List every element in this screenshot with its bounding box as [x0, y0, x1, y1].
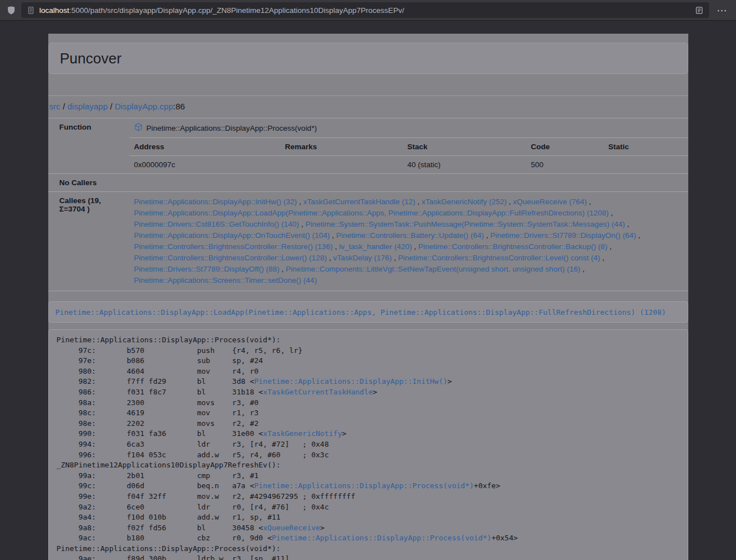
- symbol-panel-link[interactable]: Pinetime::Applications::DisplayApp::Load…: [56, 308, 666, 316]
- cell-value: 40 (static): [403, 156, 527, 173]
- asm-line: 980: 4604 mov r4, r0: [57, 366, 680, 377]
- breadcrumb-link[interactable]: displayapp: [67, 102, 108, 111]
- asm-line: Pinetime::Applications::DisplayApp::Proc…: [57, 335, 680, 346]
- cell-value: [604, 156, 688, 173]
- callee-link[interactable]: Pinetime::Controllers::BrightnessControl…: [134, 242, 333, 251]
- asm-line: 99c: d06d beq.n a7a <Pinetime::Applicati…: [57, 481, 680, 492]
- callees-label: Callees (19, Σ=3704 ): [48, 192, 130, 291]
- function-icon: [134, 123, 143, 133]
- assembly-code: Pinetime::Applications::DisplayApp::Proc…: [48, 329, 688, 560]
- asm-line: 98c: 4619 mov r1, r3: [57, 408, 680, 419]
- function-name-cell: Pinetime::Applications::DisplayApp::Proc…: [130, 118, 688, 137]
- callee-link[interactable]: Pinetime::Controllers::BrightnessControl…: [134, 254, 327, 262]
- column-header: Address: [130, 138, 281, 155]
- url-bar[interactable]: localhost:5000/path/src/displayapp/Displ…: [21, 2, 709, 18]
- address-table: AddressRemarksStackCodeStatic 0x0000097c…: [130, 137, 688, 173]
- asm-line: 982: f7ff fd29 bl 3d8 <Pinetime::Applica…: [57, 377, 680, 387]
- page-title: Puncover: [60, 51, 676, 66]
- callee-link[interactable]: Pinetime::Controllers::BrightnessControl…: [398, 254, 600, 262]
- callee-link[interactable]: xQueueReceive (764): [513, 198, 587, 206]
- callee-link[interactable]: Pinetime::Applications::Screens::Timer::…: [134, 276, 317, 284]
- asm-line: 99e: f04f 32ff mov.w r2, #4294967295 ; 0…: [57, 492, 680, 502]
- url-host: localhost: [39, 6, 69, 15]
- column-header: Remarks: [281, 138, 403, 155]
- callees-row: Callees (19, Σ=3704 ) Pinetime::Applicat…: [48, 191, 688, 291]
- code-symbol-link[interactable]: Pinetime::Applications::DisplayApp::Init…: [254, 377, 447, 385]
- cell-value: [281, 156, 403, 173]
- address-table-row: AddressRemarksStackCodeStatic 0x0000097c…: [48, 137, 688, 173]
- code-symbol-link[interactable]: Pinetime::Applications::DisplayApp::Proc…: [272, 534, 491, 542]
- callee-link[interactable]: Pinetime::Applications::DisplayApp::Load…: [134, 209, 609, 217]
- breadcrumb: src / displayapp / DisplayApp.cpp:86: [48, 102, 688, 111]
- breadcrumb-link[interactable]: src: [49, 102, 61, 111]
- callee-link[interactable]: Pinetime::Drivers::Cst816S::GetTouchInfo…: [134, 220, 299, 228]
- asm-line: 98a: 2300 movs r3, #0: [57, 398, 680, 408]
- address-table-header: AddressRemarksStackCodeStatic: [130, 137, 688, 155]
- code-symbol-link[interactable]: xTaskGenericNotify: [263, 429, 342, 438]
- callee-link[interactable]: Pinetime::Controllers::Battery::Update()…: [336, 231, 484, 240]
- function-row: Function Pinetime::Applications::Display…: [48, 118, 688, 137]
- callee-link[interactable]: xTaskGenericNotify (252): [422, 198, 507, 206]
- no-callers-row: No Callers: [48, 173, 688, 191]
- function-row-label: Function: [48, 118, 130, 137]
- asm-line: 99a: 2b01 cmp r3, #1: [57, 471, 680, 481]
- code-symbol-link[interactable]: Pinetime::Applications::DisplayApp::Proc…: [254, 481, 474, 490]
- asm-line: Pinetime::Applications::DisplayApp::Proc…: [57, 544, 680, 554]
- asm-line: 97e: b086 sub sp, #24: [57, 356, 680, 366]
- code-symbol-link[interactable]: xTaskGetCurrentTaskHandle: [263, 388, 373, 396]
- breadcrumb-line-number: :86: [173, 102, 185, 111]
- callee-link[interactable]: Pinetime::System::SystemTask::PushMessag…: [305, 220, 625, 228]
- callee-link[interactable]: Pinetime::Drivers::St7789::DisplayOff() …: [134, 265, 280, 273]
- address-table-values: 0x0000097c40 (static)500: [130, 155, 688, 173]
- content-container: Puncover src / displayapp / DisplayApp.c…: [48, 34, 688, 560]
- asm-line: 9a8: f02f fd56 bl 30458 <xQueueReceive>: [57, 523, 680, 534]
- code-symbol-link[interactable]: xQueueReceive: [263, 524, 320, 532]
- empty-label: [48, 137, 130, 173]
- callee-link[interactable]: Pinetime::Components::LittleVgl::SetNewT…: [286, 265, 580, 273]
- asm-line: 990: f031 fa36 bl 31e00 <xTaskGenericNot…: [57, 429, 680, 439]
- asm-line: _ZN8Pinetime12Applications10DisplayApp7R…: [57, 460, 680, 471]
- callee-link[interactable]: Pinetime::Controllers::BrightnessControl…: [418, 242, 607, 251]
- browser-toolbar: localhost:5000/path/src/displayapp/Displ…: [0, 0, 736, 21]
- callee-link[interactable]: vTaskDelay (176): [333, 254, 391, 262]
- page-info-icon[interactable]: [27, 6, 35, 15]
- asm-line: 97c: b570 push {r4, r5, r6, lr}: [57, 346, 680, 356]
- tracking-protection-shield-icon[interactable]: [7, 6, 16, 15]
- no-callers-cell: [130, 174, 688, 191]
- asm-line: 9a4: f10d 010b add.w r1, sp, #11: [57, 512, 680, 523]
- callee-link[interactable]: Pinetime::Applications::DisplayApp::Init…: [134, 198, 297, 206]
- column-header: Code: [527, 138, 604, 155]
- asm-line: 994: 6ca3 ldr r3, [r4, #72] ; 0x48: [57, 439, 680, 450]
- reader-view-icon[interactable]: [695, 6, 703, 15]
- asm-line: 9ae: f89d 300b ldrb.w r3, [sp, #11]: [57, 554, 680, 560]
- asm-line: 9ac: b180 cbz r0, 9d0 <Pinetime::Applica…: [57, 533, 680, 544]
- function-table: Function Pinetime::Applications::Display…: [48, 118, 688, 291]
- url-text: localhost:5000/path/src/displayapp/Displ…: [39, 6, 691, 15]
- function-name: Pinetime::Applications::DisplayApp::Proc…: [147, 124, 317, 132]
- symbol-panel: Pinetime::Applications::DisplayApp::Load…: [48, 301, 688, 323]
- callee-link[interactable]: lv_task_handler (420): [339, 242, 412, 251]
- divider: [48, 95, 688, 96]
- asm-line: 9a2: 6ce0 ldr r0, [r4, #76] ; 0x4c: [57, 502, 680, 513]
- breadcrumb-link[interactable]: DisplayApp.cpp: [115, 102, 173, 111]
- cell-value: 0x0000097c: [130, 156, 281, 173]
- url-path: :5000/path/src/displayapp/DisplayApp.cpp…: [69, 6, 404, 15]
- page-background: Puncover src / displayapp / DisplayApp.c…: [0, 34, 736, 560]
- cell-value: 500: [527, 156, 604, 173]
- callee-link[interactable]: xTaskGetCurrentTaskHandle (12): [303, 198, 415, 206]
- no-callers-label: No Callers: [48, 174, 130, 191]
- asm-line: 98e: 2202 movs r2, #2: [57, 419, 680, 429]
- callee-link[interactable]: Pinetime::Drivers::St7789::DisplayOn() (…: [490, 231, 636, 240]
- asm-line: 986: f031 f8c7 bl 31b18 <xTaskGetCurrent…: [57, 387, 680, 398]
- page-title-box: Puncover: [48, 43, 688, 74]
- column-header: Stack: [403, 138, 527, 155]
- callees-list: Pinetime::Applications::DisplayApp::Init…: [130, 192, 688, 291]
- column-header: Static: [604, 138, 688, 155]
- overflow-menu-icon[interactable]: ⋯: [715, 5, 729, 16]
- asm-line: 996: f104 053c add.w r5, r4, #60 ; 0x3c: [57, 450, 680, 461]
- callee-link[interactable]: Pinetime::Applications::DisplayApp::OnTo…: [134, 231, 330, 240]
